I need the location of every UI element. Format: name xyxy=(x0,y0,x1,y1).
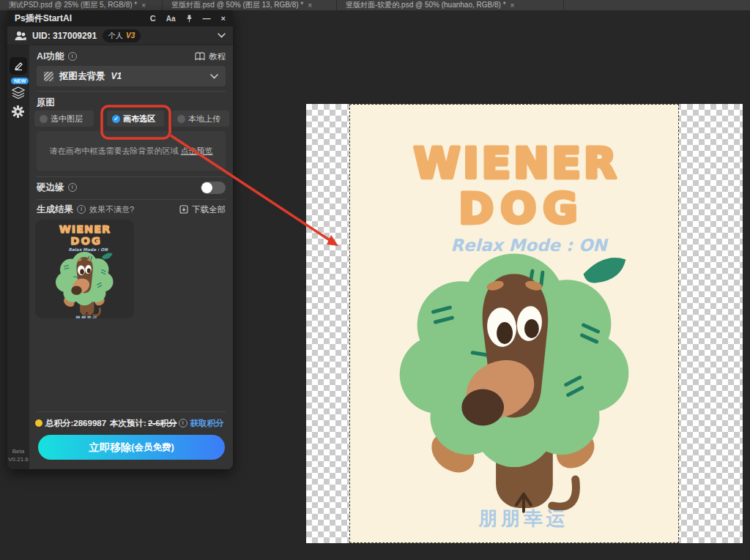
layers-icon xyxy=(11,86,26,99)
info-icon[interactable]: i xyxy=(179,419,188,428)
source-section-label: 原图 xyxy=(37,97,55,109)
close-icon[interactable]: × xyxy=(221,14,226,23)
panel-main: AI功能 i 教程 抠图去背景 V1 原图 选中图层 xyxy=(29,45,233,469)
download-icon[interactable] xyxy=(179,205,188,214)
cta-sub-label: (会员免费) xyxy=(131,441,174,454)
credits-total: 总积分:2869987 xyxy=(45,418,106,429)
result-thumbnail[interactable] xyxy=(35,220,134,318)
result-hint: 效果不满意? xyxy=(89,204,134,215)
uid-label: UID: 317009291 xyxy=(32,31,97,41)
coin-icon xyxy=(35,419,42,427)
radio-selected-layer[interactable]: 选中图层 xyxy=(34,111,94,127)
hint-box: 请在画布中框选需要去除背景的区域 点击预览 xyxy=(37,131,226,171)
remove-now-button[interactable]: 立即移除 (会员免费) xyxy=(38,435,225,460)
account-type: 个人 xyxy=(108,31,123,41)
settings-button[interactable] xyxy=(12,105,24,121)
pin-icon[interactable] xyxy=(186,15,193,23)
get-credits-link[interactable]: 获取积分 xyxy=(190,418,224,429)
hint-text: 请在画布中框选需要去除背景的区域 xyxy=(49,146,178,155)
minimize-icon[interactable]: — xyxy=(203,14,211,23)
refresh-icon[interactable]: C xyxy=(150,14,156,23)
radio-label: 本地上传 xyxy=(188,113,220,124)
tab-label: 测试PSD.psd @ 25% (图层 5, RGB/8) * xyxy=(9,0,137,10)
tool-strip: NEW Beta V0.21 xyxy=(7,45,29,469)
tab-label: 竖版封面.psd @ 50% (图层 13, RGB/8) * xyxy=(171,0,303,10)
wiener-dog-artwork xyxy=(350,105,678,542)
info-icon[interactable]: i xyxy=(77,205,86,214)
edit-tool-button[interactable] xyxy=(10,57,27,75)
tab-label: 竖版封面-软爱的.psd @ 50% (huanhao, RGB/8) * xyxy=(346,0,506,10)
layers-tool-button[interactable] xyxy=(11,86,26,102)
thumbnail-artwork xyxy=(43,220,126,318)
matting-icon xyxy=(44,72,53,81)
radio-label: 画布选区 xyxy=(123,113,155,124)
panel-title: Ps插件StartAI xyxy=(15,12,72,25)
ai-section-label: AI功能 xyxy=(37,51,64,63)
account-version: V3 xyxy=(126,31,135,40)
canvas-document[interactable] xyxy=(306,104,743,543)
radio-local-upload[interactable]: 本地上传 xyxy=(172,111,229,127)
new-badge: NEW xyxy=(11,78,29,84)
feature-dropdown[interactable]: 抠图去背景 V1 xyxy=(37,66,226,86)
preview-link[interactable]: 点击预览 xyxy=(181,146,213,155)
radio-label: 选中图层 xyxy=(51,113,83,124)
credits-estimate-label: 本次预计: xyxy=(110,418,146,429)
version-label: V0.21.6 xyxy=(7,455,29,463)
document-tab[interactable]: 测试PSD.psd @ 25% (图层 5, RGB/8) *× xyxy=(0,0,163,10)
credits-estimate-value: 2-6积分 xyxy=(148,418,177,429)
tab-close-icon[interactable]: × xyxy=(141,1,146,10)
tutorial-book-icon[interactable] xyxy=(195,52,205,61)
beta-version: Beta V0.21.6 xyxy=(7,447,29,463)
radio-circle-checked: ✓ xyxy=(112,115,120,123)
gear-icon xyxy=(12,105,24,118)
result-section-label: 生成结果 xyxy=(37,204,73,216)
document-tab[interactable]: 竖版封面-软爱的.psd @ 50% (huanhao, RGB/8) *× xyxy=(337,0,564,10)
document-tab[interactable]: 竖版封面.psd @ 50% (图层 13, RGB/8) *× xyxy=(163,0,337,10)
chevron-down-icon xyxy=(210,74,218,79)
dropdown-version: V1 xyxy=(111,71,122,81)
account-badge: 个人 V3 xyxy=(103,29,141,42)
hard-edge-label: 硬边缘 xyxy=(37,182,64,194)
download-all-label[interactable]: 下载全部 xyxy=(192,204,226,215)
tab-close-icon[interactable]: × xyxy=(510,1,515,10)
radio-circle xyxy=(177,115,185,123)
user-icon xyxy=(15,31,26,41)
artboard-selection[interactable] xyxy=(349,104,679,543)
tab-close-icon[interactable]: × xyxy=(308,1,312,10)
fontsize-icon[interactable]: Aa xyxy=(166,15,176,23)
startai-plugin-panel: Ps插件StartAI C Aa — × UID: 317009291 个人 V… xyxy=(7,10,233,469)
tutorial-label[interactable]: 教程 xyxy=(209,51,226,62)
beta-label: Beta xyxy=(7,447,29,455)
hard-edge-toggle[interactable] xyxy=(201,182,226,194)
document-tab-bar: 测试PSD.psd @ 25% (图层 5, RGB/8) *× 竖版封面.ps… xyxy=(0,0,750,10)
info-icon[interactable]: i xyxy=(68,183,77,192)
dropdown-label: 抠图去背景 xyxy=(59,70,105,83)
radio-canvas-selection[interactable]: ✓ 画布选区 xyxy=(107,111,164,127)
pencil-icon xyxy=(14,61,23,71)
radio-circle xyxy=(40,115,48,123)
account-row[interactable]: UID: 317009291 个人 V3 xyxy=(7,26,233,45)
cta-label: 立即移除 xyxy=(89,441,131,455)
panel-titlebar[interactable]: Ps插件StartAI C Aa — × xyxy=(7,10,233,26)
info-icon[interactable]: i xyxy=(68,52,77,61)
photoshop-window: WIENER DOG Relax Mode : ON xyxy=(0,0,750,560)
chevron-down-icon[interactable] xyxy=(218,33,226,38)
